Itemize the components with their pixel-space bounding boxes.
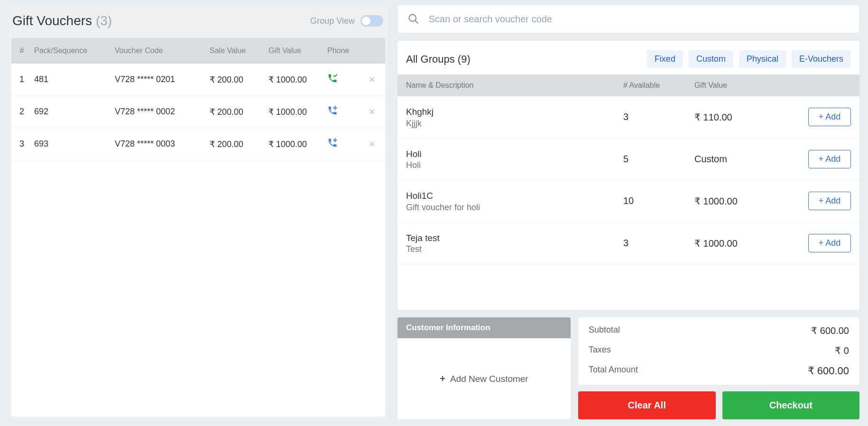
col-sale: Sale Value	[208, 38, 267, 64]
groups-card: All Groups (9) Fixed Custom Physical E-V…	[397, 41, 859, 310]
group-view-label: Group View	[310, 16, 355, 26]
search-input[interactable]	[429, 14, 850, 25]
remove-row-button[interactable]: ×	[359, 96, 385, 128]
group-name: Teja test	[406, 232, 623, 245]
phone-add-icon	[327, 140, 338, 150]
group-view-toggle[interactable]	[360, 15, 383, 27]
add-customer-label: Add New Customer	[450, 374, 528, 384]
group-desc: Gift voucher for holi	[406, 203, 623, 213]
phone-verified-icon	[327, 76, 338, 85]
row-num: 2	[11, 97, 32, 126]
chip-custom[interactable]: Custom	[689, 50, 733, 68]
row-gift: ₹ 1000.00	[267, 97, 325, 127]
group-available: 3	[623, 111, 694, 122]
row-pack: 693	[32, 130, 113, 158]
taxes-label: Taxes	[589, 345, 611, 356]
gcol-avail: # Available	[623, 81, 694, 90]
right-panel: All Groups (9) Fixed Custom Physical E-V…	[397, 5, 859, 419]
chip-physical[interactable]: Physical	[739, 50, 786, 68]
col-gift: Gift Value	[267, 38, 325, 64]
add-group-button[interactable]: + Add	[808, 108, 851, 126]
clear-all-button[interactable]: Clear All	[578, 391, 716, 419]
group-row: HoliHoli5Custom+ Add	[397, 139, 859, 181]
filter-chips: Fixed Custom Physical E-Vouchers	[647, 50, 851, 68]
row-sale: ₹ 200.00	[208, 65, 267, 94]
group-gift-value: ₹ 110.00	[694, 111, 794, 123]
remove-row-button[interactable]: ×	[359, 129, 385, 160]
subtotal-value: ₹ 600.00	[811, 325, 849, 336]
phone-action[interactable]	[325, 64, 359, 95]
search-icon	[407, 13, 419, 25]
row-num: 1	[11, 65, 32, 94]
page-title: Gift Vouchers (3)	[12, 13, 112, 28]
groups-table-header: Name & Description # Available Gift Valu…	[397, 74, 859, 96]
row-gift: ₹ 1000.00	[267, 65, 325, 94]
row-sale: ₹ 200.00	[208, 97, 267, 127]
group-row: Holi1CGift voucher for holi10₹ 1000.00+ …	[397, 180, 859, 222]
group-name: Holi	[406, 148, 623, 161]
phone-add-icon	[327, 108, 338, 118]
row-code: V728 ***** 0002	[113, 97, 208, 126]
group-gift-value: ₹ 1000.00	[694, 195, 794, 207]
row-num: 3	[11, 130, 32, 158]
row-gift: ₹ 1000.00	[267, 130, 325, 159]
groups-title: All Groups (9)	[406, 53, 471, 65]
plus-icon: +	[440, 373, 445, 384]
total-value: ₹ 600.00	[808, 365, 849, 377]
row-code: V728 ***** 0201	[113, 65, 208, 94]
total-label: Total Amount	[589, 365, 638, 377]
voucher-table: # Pack/Sequence Voucher Code Sale Value …	[11, 38, 385, 417]
group-gift-value: ₹ 1000.00	[694, 238, 794, 249]
subtotal-label: Subtotal	[589, 325, 620, 336]
group-desc: Test	[406, 244, 623, 254]
group-view-toggle-wrap: Group View	[310, 15, 383, 27]
row-sale: ₹ 200.00	[208, 130, 267, 159]
row-pack: 692	[32, 97, 113, 126]
totals-card: Subtotal ₹ 600.00 Taxes ₹ 0 Total Amount…	[578, 317, 859, 385]
row-code: V728 ***** 0003	[113, 130, 208, 158]
group-available: 3	[623, 238, 694, 249]
col-code: Voucher Code	[113, 38, 208, 64]
group-desc: Kjjjk	[406, 119, 623, 129]
chip-evouchers[interactable]: E-Vouchers	[792, 50, 851, 68]
group-available: 10	[623, 195, 694, 206]
table-row: 1481V728 ***** 0201₹ 200.00₹ 1000.00×	[11, 64, 385, 96]
add-group-button[interactable]: + Add	[808, 150, 851, 168]
gcol-name: Name & Description	[406, 81, 623, 90]
table-row: 3693V728 ***** 0003₹ 200.00₹ 1000.00×	[11, 128, 385, 160]
taxes-value: ₹ 0	[835, 345, 849, 356]
voucher-count: (3)	[96, 13, 112, 28]
col-num: #	[11, 38, 32, 64]
add-group-button[interactable]: + Add	[808, 234, 851, 252]
remove-row-button[interactable]: ×	[359, 64, 385, 95]
search-bar[interactable]	[397, 5, 859, 33]
gcol-gift: Gift Value	[694, 81, 794, 90]
col-phone: Phone	[325, 38, 359, 64]
group-available: 5	[623, 154, 694, 165]
group-row: Teja testTest3₹ 1000.00+ Add	[397, 222, 859, 265]
chip-fixed[interactable]: Fixed	[647, 50, 683, 68]
phone-action[interactable]	[325, 96, 359, 128]
group-gift-value: Custom	[694, 154, 794, 165]
group-name: Holi1C	[406, 190, 623, 203]
add-customer-button[interactable]: + Add New Customer	[397, 338, 571, 419]
add-group-button[interactable]: + Add	[808, 192, 851, 210]
left-panel: Gift Vouchers (3) Group View # Pack/Sequ…	[9, 5, 388, 419]
checkout-button[interactable]: Checkout	[722, 391, 860, 419]
row-pack: 481	[32, 65, 113, 94]
svg-line-1	[416, 21, 418, 23]
customer-card: Customer Information + Add New Customer	[397, 317, 571, 419]
title-text: Gift Vouchers	[12, 13, 92, 28]
col-pack: Pack/Sequence	[32, 38, 113, 64]
phone-action[interactable]	[325, 128, 359, 160]
table-row: 2692V728 ***** 0002₹ 200.00₹ 1000.00×	[11, 96, 385, 128]
group-desc: Holi	[406, 160, 623, 170]
group-name: Khghkj	[406, 106, 623, 119]
voucher-table-header: # Pack/Sequence Voucher Code Sale Value …	[11, 38, 385, 64]
group-row: KhghkjKjjjk3₹ 110.00+ Add	[397, 96, 859, 139]
customer-card-title: Customer Information	[397, 317, 571, 338]
